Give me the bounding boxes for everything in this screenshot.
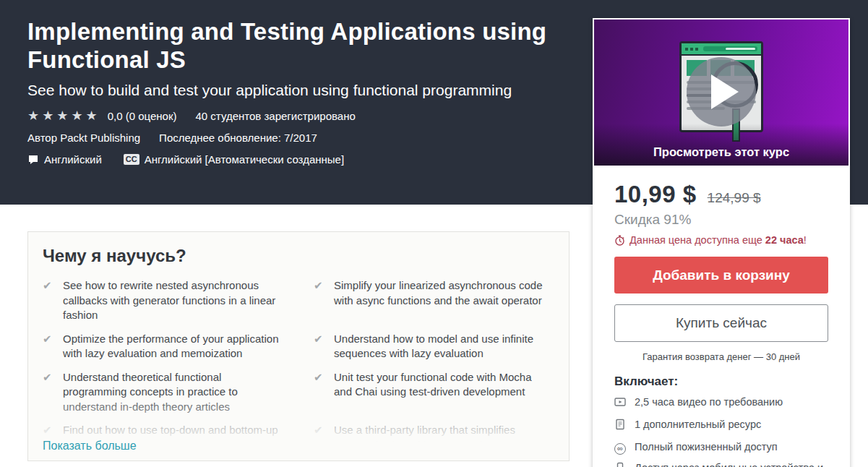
current-price: 10,99 $ — [614, 181, 697, 208]
play-button[interactable] — [687, 57, 756, 127]
buy-now-button[interactable]: Купить сейчас — [614, 304, 828, 342]
learn-item: Use a third-party library that simplifie… — [314, 423, 551, 453]
check-icon — [43, 278, 63, 323]
check-icon — [43, 332, 63, 361]
course-title: Implementing and Testing Applications us… — [27, 18, 555, 74]
learn-item-text: Simplify your linearized asynchronous co… — [334, 278, 551, 323]
learn-item-text: Optimize the performance of your applica… — [63, 332, 280, 361]
includes-item-text: 1 дополнительный ресурс — [635, 418, 761, 434]
star-rating-icon: ★★★★★ — [27, 109, 100, 122]
original-price: 124,99 $ — [708, 190, 761, 206]
purchase-sidebar: Просмотреть этот курс 10,99 $ 124,99 $ С… — [593, 18, 850, 467]
rating-value: 0,0 (0 оценок) — [108, 110, 177, 122]
urgency-text: Данная цена доступна еще 22 часа! — [629, 234, 807, 246]
last-updated: Последнее обновление: 7/2017 — [159, 132, 317, 144]
learn-item-text: Understand how to model and use infinite… — [334, 332, 551, 361]
article-icon — [614, 418, 635, 434]
check-icon — [314, 370, 334, 415]
author-label[interactable]: Автор Packt Publishing — [27, 132, 140, 144]
includes-heading: Включает: — [614, 374, 828, 389]
learn-item-text: Use a third-party library that simplifie… — [334, 423, 551, 453]
students-enrolled: 40 студентов зарегистрировано — [196, 110, 356, 122]
preview-overlay: Просмотреть этот курс — [594, 124, 848, 166]
price-urgency-notice: Данная цена доступна еще 22 часа! — [614, 234, 828, 246]
learn-item: See how to rewrite nested asynchronous c… — [43, 278, 280, 323]
learn-item: Unit test your functional code with Moch… — [314, 370, 551, 415]
course-preview[interactable]: Просмотреть этот курс — [594, 20, 848, 166]
price-row: 10,99 $ 124,99 $ — [614, 181, 828, 208]
money-back-guarantee: Гарантия возврата денег — 30 дней — [614, 351, 828, 362]
learn-item: Understand how to model and use infinite… — [314, 332, 551, 361]
includes-item-text: Доступ через мобильные устройства и теле… — [635, 461, 828, 467]
includes-list: 2,5 часа видео по требованию 1 дополните… — [614, 395, 828, 467]
closed-captions-icon: CC — [124, 154, 139, 165]
includes-item: Доступ через мобильные устройства и теле… — [614, 461, 828, 467]
spacer — [140, 132, 159, 144]
learn-item: Optimize the performance of your applica… — [43, 332, 280, 361]
learn-item-text: Unit test your functional code with Moch… — [334, 370, 551, 415]
video-icon — [614, 395, 635, 411]
includes-item: 2,5 часа видео по требованию — [614, 395, 828, 411]
lifetime-icon — [614, 440, 635, 455]
stopwatch-icon — [614, 235, 625, 246]
learn-grid: See how to rewrite nested asynchronous c… — [28, 266, 569, 453]
includes-item: Полный пожизненный доступ — [614, 440, 828, 455]
learn-item: Understand theoretical functional progra… — [43, 370, 280, 415]
add-to-cart-button[interactable]: Добавить в корзину — [614, 257, 828, 294]
speech-bubble-icon — [27, 154, 39, 166]
includes-item-text: 2,5 часа видео по требованию — [635, 395, 783, 411]
learn-item: Simplify your linearized asynchronous co… — [314, 278, 551, 323]
play-icon — [711, 74, 739, 109]
course-language: Английский — [44, 153, 102, 166]
mobile-icon — [614, 461, 635, 467]
check-icon — [314, 278, 334, 323]
show-more-link[interactable]: Показать больше — [43, 440, 137, 453]
learn-heading: Чему я научусь? — [28, 232, 569, 266]
discount-label: Скидка 91% — [614, 212, 828, 228]
includes-item: 1 дополнительный ресурс — [614, 418, 828, 434]
learn-item-text: See how to rewrite nested asynchronous c… — [63, 278, 280, 323]
preview-label: Просмотреть этот курс — [653, 145, 789, 159]
check-icon — [314, 423, 334, 453]
check-icon — [43, 370, 63, 415]
captions-language: Английский [Автоматически созданные] — [145, 153, 344, 166]
what-you-learn-card: Чему я научусь? See how to rewrite neste… — [27, 231, 570, 461]
check-icon — [314, 332, 334, 361]
learn-item-text: Understand theoretical functional progra… — [63, 370, 280, 415]
includes-item-text: Полный пожизненный доступ — [635, 440, 778, 455]
